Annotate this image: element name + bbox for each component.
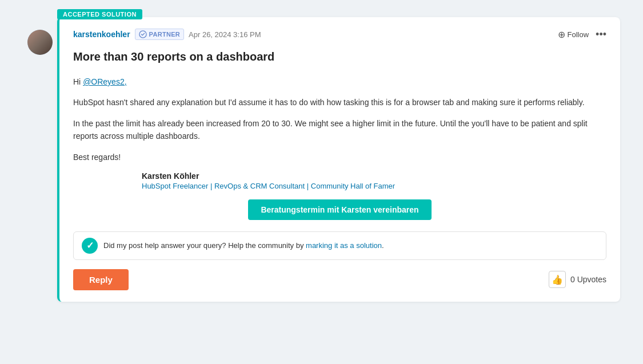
checkmark: ✓ [86,240,94,251]
upvote-button[interactable]: 👍 [549,271,566,288]
accepted-solution-badge: ACCEPTED SOLUTION [57,9,142,19]
solution-pre-text: Did my post help answer your query? Help… [103,241,306,250]
sig-name: Karsten Köhler [142,171,606,181]
solution-bar: ✓ Did my post help answer your query? He… [73,231,606,260]
regards-paragraph: Best regards! [73,151,606,163]
author-info: karstenkoehler PARTNER Apr 26, 2024 3:16… [73,29,261,40]
greeting-text: Hi [73,77,83,86]
follow-button[interactable]: ⊕ Follow [558,29,589,40]
marking-solution-link[interactable]: marking it as a solution [306,241,382,250]
body-paragraph-1: HubSpot hasn't shared any explanation bu… [73,96,606,109]
thumbs-up-icon: 👍 [552,274,563,285]
avatar-column [23,17,57,55]
avatar-image [27,30,53,55]
sig-tagline: HubSpot Freelancer | RevOps & CRM Consul… [142,182,606,190]
post-actions: ⊕ Follow ••• [558,29,606,40]
username-link[interactable]: karstenkoehler [73,30,130,39]
reply-button[interactable]: Reply [73,269,129,290]
greeting-paragraph: Hi @OReyes2, [73,75,606,88]
signature-block: Karsten Köhler HubSpot Freelancer | RevO… [142,171,606,190]
upvote-count: 0 Upvotes [570,275,606,284]
post-title: More than 30 reports on a dashboard [73,49,606,64]
partner-badge: PARTNER [135,29,184,40]
more-options-button[interactable]: ••• [596,29,606,39]
avatar [27,30,53,55]
partner-icon [139,30,147,38]
post-card: karstenkoehler PARTNER Apr 26, 2024 3:16… [57,17,620,302]
follow-plus-icon: ⊕ [558,29,565,40]
post-timestamp: Apr 26, 2024 3:16 PM [189,30,261,39]
mention-link[interactable]: @OReyes2, [83,77,126,86]
more-icon: ••• [596,29,606,40]
follow-label: Follow [568,30,589,39]
solution-post-text: . [382,241,384,250]
partner-label: PARTNER [149,31,180,38]
card-footer: Reply 👍 0 Upvotes [73,269,606,290]
post-header: karstenkoehler PARTNER Apr 26, 2024 3:16… [73,29,606,40]
cta-button[interactable]: Beratungstermin mit Karsten vereinbaren [248,199,431,220]
post-container: ACCEPTED SOLUTION karstenkoehler PARTNER… [23,17,620,302]
check-circle-icon: ✓ [82,238,98,254]
card-column: ACCEPTED SOLUTION karstenkoehler PARTNER… [57,17,620,302]
solution-text: Did my post help answer your query? Help… [103,241,384,250]
post-body: Hi @OReyes2, HubSpot hasn't shared any e… [73,75,606,163]
body-paragraph-2: In the past the limit has already been i… [73,117,606,143]
upvote-area: 👍 0 Upvotes [549,271,606,288]
